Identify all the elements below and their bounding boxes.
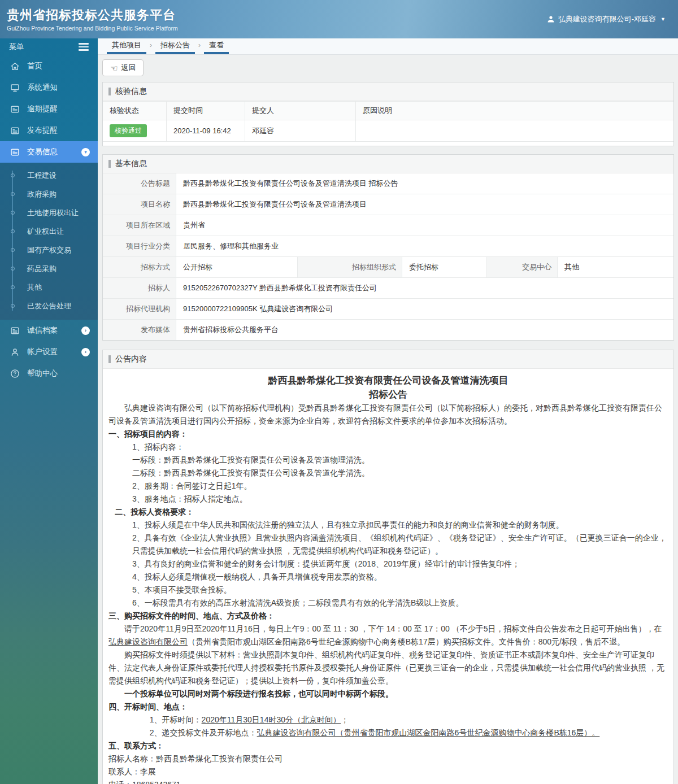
text-segment: 2、递交投标文件及开标地点： [150,728,257,737]
sidebar-item-label: 帮助中心 [27,368,58,378]
notice-paragraph: 联系人：李展 [108,765,668,778]
sidebar-items-top: 首页系统通知逾期提醒发布提醒交易信息▾ [0,55,98,163]
user-menu[interactable]: 弘典建设咨询有限公司-邓廷容 ▼ [547,14,666,24]
breadcrumb-item-查看[interactable]: 查看 [204,38,229,54]
sidebar-item-label: 系统通知 [27,82,58,93]
card-icon [10,126,20,136]
back-hand-icon: ☜ [110,64,118,72]
notice-section-header: 公告内容 [103,350,673,369]
sidebar-subitem-其他[interactable]: 其他 [0,278,98,297]
chevron-down-icon: ▼ [660,16,666,22]
basic-info-row: 项目名称黔西县黔希煤化工投资有限责任公司设备及管道清洗项目 [103,194,673,215]
sidebar-item-首页[interactable]: 首页 [0,55,98,77]
text-segment: 黔西县黔希煤化工投资有限责任公司设备及管道清洗项目 [268,375,508,386]
notice-paragraph: 3、服务地点：招标人指定地点。 [108,493,668,506]
basic-info-row: 项目所在区域贵州省 [103,215,673,236]
info-value: 居民服务、修理和其他服务业 [176,236,673,256]
text-segment: （贵州省贵阳市观山湖区金阳南路6号世纪金源购物中心商务楼B栋17层）购买招标文件… [188,637,625,646]
verify-submitter-cell: 邓廷容 [245,120,356,142]
info-label: 招标人 [103,278,176,298]
sidebar-item-label: 交易信息 [27,147,58,157]
verify-panel: 核验信息 核验状态提交时间提交人原因说明 核验通过2020-11-09 16:4… [102,82,674,146]
sidebar-item-label: 逾期提醒 [27,104,58,114]
basic-info-row: 发布媒体贵州省招标投标公共服务平台 [103,320,673,340]
breadcrumb: 其他项目›招标公告›查看 [98,38,678,55]
sidebar-background [0,384,98,784]
notice-body: 黔西县黔希煤化工投资有限责任公司设备及管道清洗项目招标公告弘典建设咨询有限公司（… [103,369,673,784]
menu-label: 菜单 [9,42,24,52]
hamburger-icon[interactable] [79,43,89,51]
notice-paragraph: 三、购买招标文件的时间、地点、方式及价格： [108,609,668,622]
section-marker [108,160,111,168]
notice-paragraph: 2、服务期：合同签订之日起1年。 [108,480,668,493]
info-label: 发布媒体 [103,320,176,340]
app-header: 贵州省招标投标公共服务平台 GuiZhou Province Tendering… [0,0,678,38]
person-icon [10,347,20,357]
text-segment: 二、投标人资格要求： [115,507,194,516]
text-segment: 3、具有良好的商业信誉和健全的财务会计制度：提供近两年度（2018、2019年度… [132,559,520,568]
column-header: 提交时间 [167,102,245,120]
basic-section-header: 基本信息 [103,155,673,173]
sidebar-item-帐户设置[interactable]: 帐户设置› [0,341,98,363]
sidebar-item-label: 发布提醒 [27,125,58,136]
sidebar-item-帮助中心[interactable]: 帮助中心 [0,363,98,384]
column-header: 原因说明 [356,102,674,120]
notice-paragraph: 二、投标人资格要求： [108,506,668,519]
info-value: 91520000722109905K 弘典建设咨询有限公司 [176,299,673,319]
sidebar-subitem-矿业权出让[interactable]: 矿业权出让 [0,222,98,241]
text-segment: 招标公告 [369,389,407,400]
notice-paragraph: 黔西县黔希煤化工投资有限责任公司设备及管道清洗项目 [108,373,668,387]
back-button[interactable]: ☜ 返回 [102,59,144,76]
home-icon [10,62,20,71]
info-label: 招标代理机构 [103,299,176,319]
text-segment: 联系人：李展 [108,767,156,776]
sidebar-menu-header: 菜单 [0,38,98,55]
info-value: 91520522670702327Y 黔西县黔希煤化工投资有限责任公司 [176,278,673,298]
column-header: 核验状态 [103,102,167,120]
sidebar-items-bottom: 诚信档案›帐户设置›帮助中心 [0,320,98,384]
sidebar: 菜单 首页系统通知逾期提醒发布提醒交易信息▾ 工程建设政府采购土地使用权出让矿业… [0,38,98,784]
info-value: 公开招标 [176,257,298,277]
sidebar-subitem-国有产权交易[interactable]: 国有产权交易 [0,241,98,259]
breadcrumb-item-招标公告[interactable]: 招标公告 [155,38,195,54]
notice-paragraph: 电话：18685342671 [108,778,668,784]
text-segment: 五、联系方式： [108,741,164,750]
toolbar: ☜ 返回 [98,55,678,81]
sidebar-item-诚信档案[interactable]: 诚信档案› [0,320,98,341]
sidebar-subitem-已发公告处理[interactable]: 已发公告处理 [0,297,98,315]
notice-paragraph: 请于2020年11月9日至2020年11月16日，每日上午9：00 至 11：3… [108,622,668,648]
notice-paragraph: 5、本项目不接受联合投标。 [108,583,668,596]
info-value: 贵州省 [176,215,673,236]
breadcrumb-item-其他项目[interactable]: 其他项目 [107,38,146,54]
notice-panel: 公告内容 黔西县黔希煤化工投资有限责任公司设备及管道清洗项目招标公告弘典建设咨询… [102,350,674,784]
basic-info-row: 招标方式公开招标招标组织形式委托招标交易中心其他 [103,257,673,278]
basic-info-panel: 基本信息 公告标题黔西县黔希煤化工投资有限责任公司设备及管道清洗项目 招标公告项… [102,154,674,341]
sidebar-item-逾期提醒[interactable]: 逾期提醒 [0,98,98,120]
text-segment: 1、招标内容： [132,442,184,451]
chevron-right-icon: › [81,326,90,335]
sidebar-item-交易信息[interactable]: 交易信息▾ [0,141,98,163]
sidebar-subitem-土地使用权出让[interactable]: 土地使用权出让 [0,203,98,222]
text-segment: 1、投标人须是在中华人民共和国依法注册的独立法人，且有独立承担民事责任的能力和良… [132,520,564,529]
notice-paragraph: 弘典建设咨询有限公司（以下简称招标代理机构）受黔西县黔希煤化工投资有限责任公司（… [108,402,668,428]
basic-info-row: 项目行业分类居民服务、修理和其他服务业 [103,236,673,257]
text-segment: 弘典建设咨询有限公司（以下简称招标代理机构）受黔西县黔希煤化工投资有限责任公司（… [108,403,662,425]
info-label: 项目所在区域 [103,215,176,236]
basic-info-rows: 公告标题黔西县黔希煤化工投资有限责任公司设备及管道清洗项目 招标公告项目名称黔西… [103,173,673,340]
platform-title: 贵州省招标投标公共服务平台 [7,7,178,24]
notice-paragraph: 一个投标单位可以同时对两个标段进行报名投标，也可以同时中标两个标段。 [108,687,668,700]
text-segment: 招标人名称：黔西县黔希煤化工投资有限责任公司 [108,754,282,763]
platform-title-block: 贵州省招标投标公共服务平台 GuiZhou Province Tendering… [7,7,178,32]
sidebar-item-系统通知[interactable]: 系统通知 [0,77,98,98]
table-padding [103,142,673,146]
sidebar-subitem-药品采购[interactable]: 药品采购 [0,259,98,278]
sidebar-item-发布提醒[interactable]: 发布提醒 [0,120,98,141]
underlined-text: 弘典建设咨询有限公司（贵州省贵阳市观山湖区金阳南路6号世纪金源购物中心商务楼B栋… [257,728,600,737]
text-segment: 4、投标人必须是增值税一般纳税人，具备开具增值税专用发票的资格。 [132,572,382,581]
notice-paragraph: 购买招标文件时须提供以下材料：营业执照副本复印件、组织机构代码证复印件、税务登记… [108,648,668,687]
text-segment: 1、开标时间： [150,715,202,724]
basic-info-row: 招标人91520522670702327Y 黔西县黔希煤化工投资有限责任公司 [103,278,673,299]
sidebar-subitem-工程建设[interactable]: 工程建设 [0,166,98,185]
chevron-down-icon: ▾ [81,148,90,156]
sidebar-subitem-政府采购[interactable]: 政府采购 [0,185,98,203]
